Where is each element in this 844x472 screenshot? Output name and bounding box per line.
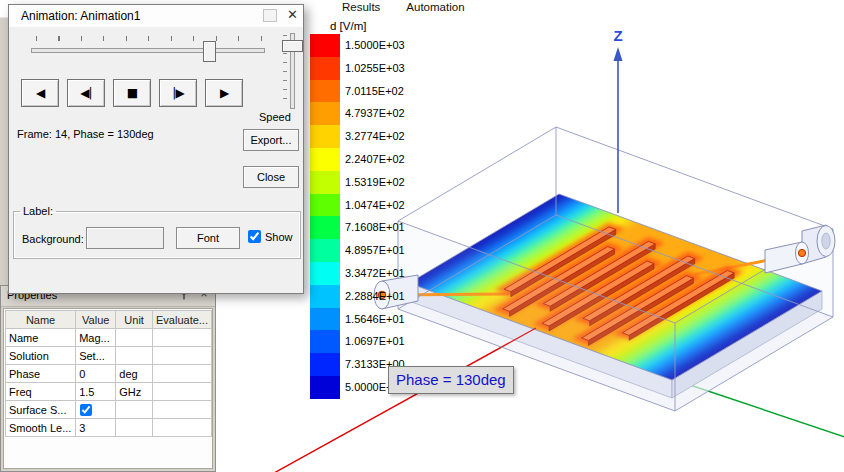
legend-value: 1.0255E+03 [340, 57, 405, 80]
legend-swatch [310, 308, 340, 331]
legend-swatch [310, 148, 340, 171]
speed-slider-thumb[interactable] [282, 40, 303, 52]
property-evaluate [152, 365, 211, 383]
property-value[interactable]: 1.5 [76, 383, 116, 401]
legend-swatch [310, 330, 340, 353]
legend-value: 7.1608E+01 [340, 216, 405, 239]
legend-swatch [310, 262, 340, 285]
show-checkbox[interactable] [248, 230, 261, 243]
step-forward-button[interactable]: |▶ [159, 79, 197, 107]
property-row: Freq1.5GHz [6, 383, 212, 401]
legend-swatch [310, 102, 340, 125]
legend-value: 1.5646E+01 [340, 308, 405, 331]
font-button[interactable]: Font [176, 227, 240, 249]
legend-entry: 1.0255E+03 [310, 57, 405, 80]
show-checkbox-label[interactable]: Show [248, 230, 293, 243]
menu-item-automation[interactable]: Automation [406, 1, 464, 13]
properties-panel: Properties × Name Value Unit Evaluate... [0, 285, 216, 472]
column-header-name: Name [6, 311, 76, 329]
legend-entry: 4.8957E+01 [310, 239, 405, 262]
stop-button[interactable]: ■ [113, 79, 151, 107]
legend-entry: 3.3472E+01 [310, 262, 405, 285]
legend-entry: 1.5000E+03 [310, 34, 405, 57]
modeler-viewport[interactable]: Z d [V/m] 1.5000E+031.0255E+037.0115E+02… [216, 17, 844, 472]
legend-value: 7.0115E+02 [340, 80, 404, 103]
property-value[interactable]: Mag... [76, 329, 116, 347]
property-evaluate [152, 347, 211, 365]
legend-value: 1.5000E+03 [340, 34, 405, 57]
legend-swatch [310, 239, 340, 262]
background-label: Background: [22, 233, 84, 245]
property-evaluate [152, 401, 211, 419]
legend-entry: 3.2774E+02 [310, 125, 405, 148]
label-group-title: Label: [20, 205, 56, 217]
property-checkbox[interactable] [80, 404, 92, 416]
property-row: Smooth Le...3 [6, 419, 212, 437]
property-row: SolutionSet... [6, 347, 212, 365]
animation-dialog: Animation: Animation1 ✕ Speed ◀◀|■|▶▶ Fr… [8, 4, 304, 294]
frame-slider[interactable] [31, 35, 265, 61]
legend-entry: 2.2884E+01 [310, 285, 405, 308]
property-value[interactable]: Set... [76, 347, 116, 365]
close-button[interactable]: Close [243, 166, 299, 188]
property-value[interactable]: 3 [76, 419, 116, 437]
property-row: Phase0deg [6, 365, 212, 383]
menu-item-results[interactable]: Results [342, 1, 380, 13]
properties-header-row: Name Value Unit Evaluate... [6, 311, 212, 329]
property-evaluate [152, 383, 211, 401]
legend-entry: 1.0697E+01 [310, 330, 405, 353]
export-button[interactable]: Export... [243, 129, 299, 151]
background-color-button[interactable] [86, 227, 164, 249]
property-row: NameMag... [6, 329, 212, 347]
legend-value: 3.3472E+01 [340, 262, 405, 285]
properties-body: Name Value Unit Evaluate... NameMag...So… [3, 308, 213, 469]
property-value[interactable] [76, 401, 116, 419]
frame-status: Frame: 14, Phase = 130deg [17, 128, 154, 140]
properties-table-body: NameMag...SolutionSet...Phase0degFreq1.5… [6, 329, 212, 437]
property-name: Freq [6, 383, 76, 401]
legend-swatch [310, 194, 340, 217]
property-unit [116, 401, 153, 419]
legend-value: 2.2407E+02 [340, 148, 405, 171]
play-reverse-button[interactable]: ◀ [21, 79, 59, 107]
animation-dialog-title: Animation: Animation1 [21, 9, 140, 23]
legend-entry: 1.0474E+02 [310, 194, 405, 217]
legend-entries: 1.5000E+031.0255E+037.0115E+024.7937E+02… [310, 34, 405, 399]
property-unit [116, 419, 153, 437]
legend-swatch [310, 34, 340, 57]
legend-title: d [V/m] [330, 20, 366, 32]
step-back-button[interactable]: ◀| [67, 79, 105, 107]
menu-bar-items: ResultsAutomation [342, 1, 491, 13]
property-row: Surface S... [6, 401, 212, 419]
column-header-unit: Unit [116, 311, 153, 329]
property-name: Smooth Le... [6, 419, 76, 437]
legend-value: 1.5319E+02 [340, 171, 405, 194]
playback-buttons: ◀◀|■|▶▶ [21, 79, 243, 107]
legend-swatch [310, 80, 340, 103]
legend-entry: 4.7937E+02 [310, 102, 405, 125]
legend-value: 3.2774E+02 [340, 125, 405, 148]
label-group: Label: Background: Font Show [13, 205, 301, 259]
speed-slider[interactable] [281, 33, 303, 111]
legend-swatch [310, 57, 340, 80]
legend-swatch [310, 171, 340, 194]
animation-dialog-titlebar[interactable]: Animation: Animation1 ✕ [9, 5, 303, 27]
dialog-close-icon[interactable]: ✕ [287, 8, 298, 22]
column-header-evaluate: Evaluate... [152, 311, 211, 329]
frame-slider-thumb[interactable] [203, 41, 216, 62]
frame-slider-ticks [36, 36, 262, 41]
column-header-value: Value [76, 311, 116, 329]
legend-swatch [310, 125, 340, 148]
property-unit [116, 329, 153, 347]
legend-swatch [310, 353, 340, 376]
play-forward-button[interactable]: ▶ [205, 79, 243, 107]
property-name: Solution [6, 347, 76, 365]
frame-slider-track[interactable] [31, 48, 265, 53]
legend-entry: 1.5646E+01 [310, 308, 405, 331]
show-checkbox-text: Show [265, 231, 293, 243]
legend-entry: 2.2407E+02 [310, 148, 405, 171]
legend-value: 4.8957E+01 [340, 239, 405, 262]
property-value[interactable]: 0 [76, 365, 116, 383]
property-name: Name [6, 329, 76, 347]
legend-entry: 7.1608E+01 [310, 216, 405, 239]
